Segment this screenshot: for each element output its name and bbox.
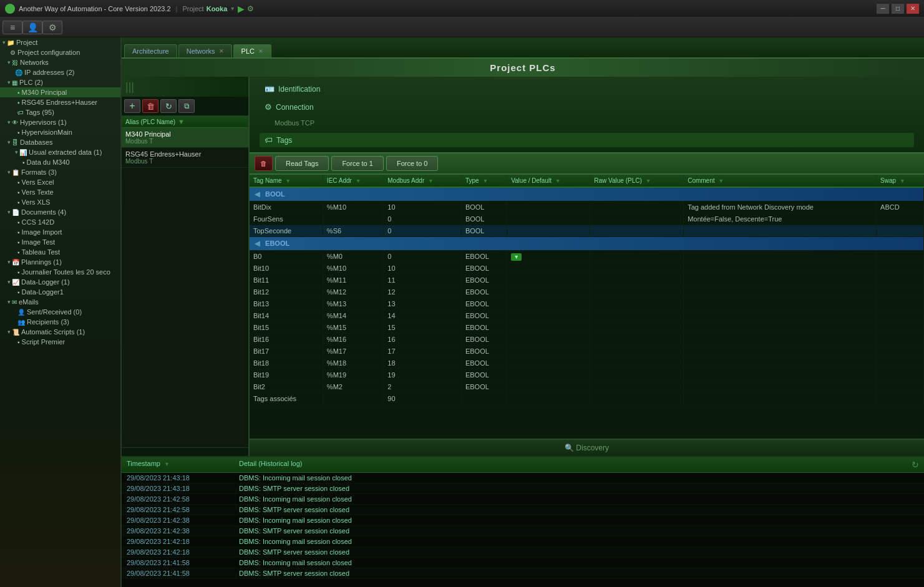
close-button[interactable]: ✕	[907, 4, 919, 14]
sidebar-item-data-m340[interactable]: ▪ Data du M340	[0, 157, 120, 167]
tab-plc[interactable]: PLC ✕	[233, 44, 271, 57]
tab-networks[interactable]: Networks ✕	[178, 44, 232, 57]
table-row[interactable]: TopSeconde %S6 0 BOOL	[250, 225, 924, 237]
col-modbus-addr[interactable]: Modbus Addr ▼	[384, 175, 462, 187]
refresh-plc-button[interactable]: ↻	[160, 99, 177, 113]
col-tag-name[interactable]: Tag Name ▼	[250, 175, 323, 187]
sidebar-item-recipients[interactable]: 👥 Recipients (3)	[0, 317, 120, 327]
tab-architecture[interactable]: Architecture	[124, 44, 177, 57]
sidebar-item-rsg45[interactable]: ▪ RSG45 Endress+Hauser	[0, 97, 120, 107]
filter-iec-icon[interactable]: ▼	[356, 178, 361, 184]
table-row[interactable]: Bit15 %M15 15 EBOOL	[250, 322, 924, 334]
sidebar-item-ccs[interactable]: ▪ CCS 142D	[0, 217, 120, 227]
table-row[interactable]: Bit12 %M12 12 EBOOL	[250, 286, 924, 298]
col-comment[interactable]: Comment ▼	[684, 175, 877, 187]
sidebar-item-usual-data[interactable]: ▾ 📊 Usual extracted data (1)	[0, 147, 120, 157]
table-row[interactable]: Bit18 %M18 18 EBOOL	[250, 357, 924, 369]
sidebar-item-networks[interactable]: ▾ ⛓ Networks	[0, 57, 120, 67]
delete-tags-button[interactable]: 🗑	[255, 156, 273, 171]
table-row[interactable]: Tags associés 90	[250, 393, 924, 405]
ebool-section-header[interactable]: ◀ EBOOL	[250, 237, 924, 251]
sidebar-item-vers-xls[interactable]: ▪ Vers XLS	[0, 197, 120, 207]
table-row[interactable]: Bit19 %M19 19 EBOOL	[250, 369, 924, 381]
sidebar-item-m340[interactable]: ▪ M340 Principal	[0, 87, 120, 97]
delete-plc-button[interactable]: 🗑	[142, 99, 158, 113]
bool-section-header[interactable]: ◀ BOOL	[250, 187, 924, 201]
user-button[interactable]: 👤	[22, 21, 42, 34]
sidebar-item-vers-excel[interactable]: ▪ Vers Excel	[0, 177, 120, 187]
sidebar-item-sent[interactable]: 👤 Sent/Received (0)	[0, 307, 120, 317]
add-plc-button[interactable]: +	[124, 99, 140, 113]
filter-tag-icon[interactable]: ▼	[285, 178, 291, 184]
settings-icon[interactable]: ⚙	[247, 4, 254, 13]
filter-swap-icon[interactable]: ▼	[900, 178, 905, 184]
col-iec-addr[interactable]: IEC Addr ▼	[323, 175, 383, 187]
plc-list-hscroll[interactable]	[122, 447, 248, 456]
table-row[interactable]: Bit2 %M2 2 EBOOL	[250, 381, 924, 393]
log-refresh-button[interactable]: ↻	[912, 460, 919, 470]
main-layout: ▾ 📁 Project ⚙ Project configuration ▾ ⛓ …	[0, 37, 924, 587]
table-row[interactable]: Bit10 %M10 10 EBOOL	[250, 263, 924, 274]
force-to-0-button[interactable]: Force to 0	[386, 156, 439, 171]
filter-type-icon[interactable]: ▼	[482, 178, 488, 184]
collapse-ebool-icon[interactable]: ◀	[255, 240, 260, 247]
menu-button[interactable]: ≡	[2, 21, 22, 34]
sidebar-item-plannings[interactable]: ▾ 📅 Plannings (1)	[0, 257, 120, 267]
read-tags-button[interactable]: Read Tags	[275, 156, 329, 171]
collapse-bool-icon[interactable]: ◀	[255, 190, 260, 198]
sidebar-item-datalogger1[interactable]: ▪ Data-Logger1	[0, 287, 120, 297]
sidebar-item-databases[interactable]: ▾ 🗄 Databases	[0, 137, 120, 147]
table-row[interactable]: Bit16 %M16 16 EBOOL	[250, 334, 924, 346]
sidebar-item-ip[interactable]: 🌐 IP addresses (2)	[0, 67, 120, 77]
table-row[interactable]: Bit13 %M13 13 EBOOL	[250, 298, 924, 310]
sidebar-item-documents[interactable]: ▾ 📄 Documents (4)	[0, 207, 120, 217]
table-row[interactable]: BitDix %M10 10 BOOL Tag added from Netwo…	[250, 201, 924, 213]
settings-toolbar-button[interactable]: ⚙	[42, 21, 62, 34]
filter-ts-icon[interactable]: ▼	[164, 461, 170, 467]
project-dropdown-icon[interactable]: ▼	[230, 6, 235, 12]
table-row[interactable]: B0 %M0 0 EBOOL ▼	[250, 251, 924, 263]
sidebar-item-formats[interactable]: ▾ 📋 Formats (3)	[0, 167, 120, 177]
sidebar-item-scripts[interactable]: ▾ 📜 Automatic Scripts (1)	[0, 327, 120, 337]
sidebar-item-image-import[interactable]: ▪ Image Import	[0, 227, 120, 237]
sidebar-item-config[interactable]: ⚙ Project configuration	[0, 47, 120, 57]
sidebar-item-hypervisionmain[interactable]: ▪ HypervisionMain	[0, 127, 120, 137]
filter-comment-icon[interactable]: ▼	[718, 178, 724, 184]
expand-databases: ▾	[7, 139, 11, 145]
table-row[interactable]: Bit14 %M14 14 EBOOL	[250, 310, 924, 322]
sidebar-item-tableau[interactable]: ▪ Tableau Test	[0, 247, 120, 257]
sidebar-item-script-premier[interactable]: ▪ Script Premier	[0, 337, 120, 347]
table-row[interactable]: FourSens 0 BOOL Montée=False, Descente=T…	[250, 213, 924, 225]
plc-row-m340[interactable]: M340 Principal Modbus T	[122, 128, 248, 148]
maximize-button[interactable]: □	[892, 4, 904, 14]
sidebar-item-vers-texte[interactable]: ▪ Vers Texte	[0, 187, 120, 197]
copy-plc-button[interactable]: ⧉	[178, 99, 195, 113]
filter-raw-icon[interactable]: ▼	[646, 178, 651, 184]
run-icon[interactable]: ▶	[238, 4, 245, 14]
col-raw[interactable]: Raw Value (PLC) ▼	[590, 175, 684, 187]
filter-modbus-icon[interactable]: ▼	[428, 178, 434, 184]
identification-section[interactable]: 🪪 Identification	[260, 82, 914, 96]
sidebar-item-image-test[interactable]: ▪ Image Test	[0, 237, 120, 247]
sidebar-item-emails[interactable]: ▾ ✉ eMails	[0, 297, 120, 307]
tab-networks-close[interactable]: ✕	[219, 48, 224, 54]
tab-plc-close[interactable]: ✕	[258, 48, 263, 54]
filter-value-icon[interactable]: ▼	[555, 178, 561, 184]
sidebar-item-datalogger[interactable]: ▾ 📈 Data-Logger (1)	[0, 277, 120, 287]
force-to-1-button[interactable]: Force to 1	[331, 156, 384, 171]
table-row[interactable]: Bit17 %M17 17 EBOOL	[250, 346, 924, 357]
sidebar-item-project[interactable]: ▾ 📁 Project	[0, 37, 120, 47]
sidebar-item-tags[interactable]: 🏷 Tags (95)	[0, 107, 120, 117]
sidebar-item-journalier[interactable]: ▪ Journalier Toutes les 20 seco	[0, 267, 120, 277]
table-row[interactable]: Bit11 %M11 11 EBOOL	[250, 274, 924, 286]
tags-section[interactable]: 🏷 Tags	[260, 133, 914, 147]
sidebar-item-plc[interactable]: ▾ ▦ PLC (2)	[0, 77, 120, 87]
plc-row-rsg45[interactable]: RSG45 Endress+Hauser Modbus T	[122, 148, 248, 168]
sidebar-item-hypervisors[interactable]: ▾ 👁 Hypervisors (1)	[0, 117, 120, 127]
col-type[interactable]: Type ▼	[461, 175, 507, 187]
col-swap[interactable]: Swap ▼	[877, 175, 924, 187]
connection-section[interactable]: ⚙ Connection	[260, 100, 914, 114]
col-value[interactable]: Value / Default ▼	[507, 175, 590, 187]
discovery-bar[interactable]: 🔍 Discovery	[250, 439, 924, 456]
minimize-button[interactable]: ─	[877, 4, 889, 14]
